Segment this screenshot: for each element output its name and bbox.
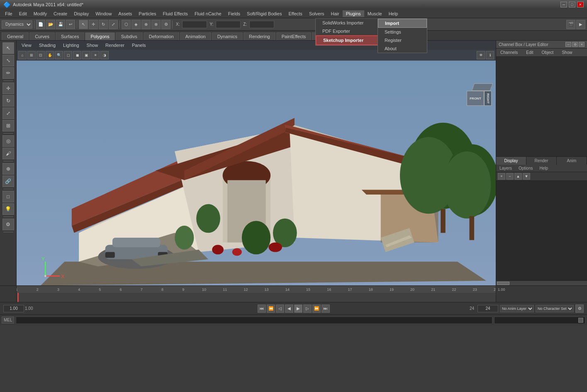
sketchup-about-item[interactable]: About: [378, 44, 427, 53]
tab-deformation[interactable]: Deformation: [144, 32, 179, 40]
pb-next-end-button[interactable]: ⏭: [322, 304, 330, 313]
cb-settings-button[interactable]: ⚙: [572, 42, 578, 47]
cb-close-button[interactable]: ✕: [579, 42, 585, 47]
select-button[interactable]: ↖: [2, 42, 14, 54]
menu-particles[interactable]: Particles: [135, 10, 159, 17]
tab-painteffects[interactable]: PaintEffects: [276, 32, 312, 40]
cb-options-tab[interactable]: Options: [515, 165, 536, 172]
menu-modify[interactable]: Modify: [30, 10, 50, 17]
status-expand-button[interactable]: [578, 318, 583, 323]
vp-frame-all-btn[interactable]: ⊞: [27, 51, 36, 59]
tb-extra3[interactable]: ⊕: [141, 20, 151, 29]
anim-layer-dropdown[interactable]: No Anim Layer: [500, 305, 534, 312]
menu-fluid-effects[interactable]: Fluid Effects: [160, 10, 191, 17]
pb-end-input[interactable]: [477, 305, 498, 312]
tb-extra4[interactable]: ⊗: [151, 20, 161, 29]
menu-file[interactable]: File: [2, 10, 16, 17]
sketchup-settings-item[interactable]: Settings: [378, 28, 427, 36]
pb-extra-button[interactable]: ⚙: [575, 304, 584, 313]
cb-bottom-anim[interactable]: Anim: [557, 157, 587, 165]
command-input[interactable]: [16, 317, 492, 324]
soft-mod-button[interactable]: ◎: [2, 135, 14, 147]
menu-assets[interactable]: Assets: [115, 10, 135, 17]
scale-tool-button[interactable]: ⤢: [109, 20, 118, 29]
workspace-dropdown[interactable]: Dynamics: [2, 20, 32, 29]
cb-tab-object[interactable]: Object: [538, 49, 558, 56]
cb-bottom-render[interactable]: Render: [526, 157, 557, 165]
sketchup-register-item[interactable]: Register: [378, 36, 427, 44]
maximize-button[interactable]: □: [569, 2, 575, 7]
vp-menu-shading[interactable]: Shading: [36, 42, 59, 49]
vp-home-btn[interactable]: ⌂: [18, 51, 27, 59]
menu-solvers[interactable]: Solvers: [306, 10, 328, 17]
pivot-button[interactable]: ⊕: [2, 163, 14, 175]
vp-menu-show[interactable]: Show: [83, 42, 102, 49]
tab-polygons[interactable]: Polygons: [85, 32, 114, 40]
menu-soft-rigid[interactable]: Soft/Rigid Bodies: [244, 10, 285, 17]
menu-create[interactable]: Create: [50, 10, 71, 17]
vp-menu-view[interactable]: View: [18, 42, 35, 49]
rotate-tool-button[interactable]: ↻: [99, 20, 108, 29]
cb-bottom-display[interactable]: Display: [496, 157, 526, 165]
tab-general[interactable]: General: [2, 32, 29, 40]
move-button[interactable]: ✛: [2, 83, 14, 94]
cb-tab-edit[interactable]: Edit: [522, 49, 537, 56]
coord-x-input[interactable]: [182, 21, 207, 28]
vp-wire-btn[interactable]: ◻: [64, 51, 72, 59]
close-button[interactable]: ✕: [577, 2, 584, 7]
cb-scrollbar[interactable]: [496, 280, 587, 285]
pb-next-key-button[interactable]: ▷: [303, 304, 312, 313]
tab-curves[interactable]: Curves: [29, 32, 55, 40]
timeline-bar[interactable]: [17, 293, 496, 302]
new-file-button[interactable]: 📄: [36, 20, 45, 29]
tab-subdivs[interactable]: Subdivs: [116, 32, 143, 40]
pb-play-button[interactable]: ▶: [294, 304, 302, 313]
sculpt-button[interactable]: 🖌: [2, 148, 14, 159]
lasso-button[interactable]: ⤡: [2, 55, 14, 66]
scene-3d[interactable]: persp X Y FRONT RIGHT: [17, 61, 496, 285]
menu-muscle[interactable]: Muscle: [364, 10, 385, 17]
paint-select-button[interactable]: ✏: [2, 67, 14, 79]
pb-start-input[interactable]: [3, 305, 24, 312]
vp-isolate-btn[interactable]: 👁: [477, 51, 485, 59]
pb-prev-key-button[interactable]: ◁: [276, 304, 284, 313]
rotate-button[interactable]: ↻: [2, 95, 14, 107]
menu-window[interactable]: Window: [92, 10, 115, 17]
menu-fluid-ncache[interactable]: Fluid nCache: [191, 10, 225, 17]
show-manipulator-button[interactable]: ⚙: [2, 219, 14, 230]
pb-play-back-button[interactable]: ◀: [285, 304, 293, 313]
pb-next-frame-button[interactable]: ⏩: [312, 304, 321, 313]
tab-animation[interactable]: Animation: [180, 32, 211, 40]
vp-shadow-btn[interactable]: ◑: [100, 51, 109, 59]
cb-tab-show[interactable]: Show: [558, 49, 576, 56]
snap-button[interactable]: 🔗: [2, 175, 14, 187]
menu-display[interactable]: Display: [71, 10, 92, 17]
coord-y-input[interactable]: [216, 21, 241, 28]
sketchup-import-item[interactable]: Import: [378, 19, 427, 28]
universal-button[interactable]: ⊞: [2, 120, 14, 131]
tab-surfaces[interactable]: Surfaces: [56, 32, 84, 40]
vp-menu-panels[interactable]: Panels: [129, 42, 149, 49]
tb-extra2[interactable]: ◈: [132, 20, 141, 29]
open-file-button[interactable]: 📂: [46, 20, 55, 29]
vp-menu-renderer[interactable]: Renderer: [102, 42, 128, 49]
vp-smooth-btn[interactable]: ◼: [73, 51, 81, 59]
menu-fields[interactable]: Fields: [225, 10, 244, 17]
layer-new-button[interactable]: +: [498, 173, 505, 180]
vp-pan-btn[interactable]: ✋: [46, 51, 54, 59]
render-button[interactable]: ▶: [576, 20, 585, 29]
pb-prev-frame-button[interactable]: ⏪: [267, 304, 275, 313]
tab-rendering[interactable]: Rendering: [244, 32, 275, 40]
select-tool-button[interactable]: ↖: [79, 20, 88, 29]
cb-help-tab[interactable]: Help: [536, 165, 551, 172]
menu-help[interactable]: Help: [385, 10, 402, 17]
character-set-dropdown[interactable]: No Character Set: [536, 305, 574, 312]
cb-scroll-thumb[interactable]: [497, 282, 509, 285]
vp-frame-sel-btn[interactable]: ⊡: [37, 51, 45, 59]
vp-zoom-btn[interactable]: 🔍: [55, 51, 63, 59]
layer-down-button[interactable]: ▼: [523, 173, 530, 180]
vp-hud-btn[interactable]: ℹ: [486, 51, 494, 59]
layer-up-button[interactable]: ▲: [514, 173, 522, 180]
menu-effects[interactable]: Effects: [285, 10, 305, 17]
scale-button[interactable]: ⤢: [2, 107, 14, 119]
